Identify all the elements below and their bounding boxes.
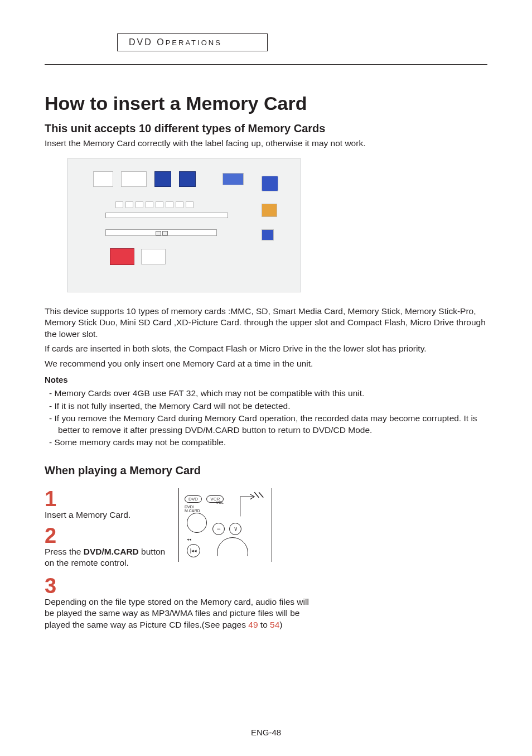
step-3-block: 3 Depending on the file type stored on t… xyxy=(45,575,487,630)
figure-cf-row xyxy=(110,248,285,265)
subtitle: This unit accepts 10 different types of … xyxy=(45,122,487,135)
minisd-icon xyxy=(262,229,274,240)
note-item: If you remove the Memory Card during Mem… xyxy=(45,413,487,436)
body-paragraph-2: If cards are inserted in both slots, the… xyxy=(45,343,487,354)
page-ref-54: 54 xyxy=(270,620,279,629)
mini-card-icon-4 xyxy=(146,201,153,208)
figure-smallcard-row xyxy=(115,201,285,208)
step-2-prefix: Press the xyxy=(45,547,84,556)
remote-mcard-label: DVD/ M.CARD xyxy=(185,505,200,513)
step-3-number: 3 xyxy=(45,575,487,596)
section-header-text: DVD OPERATIONS xyxy=(129,37,222,47)
mini-card-icon-7 xyxy=(176,201,183,208)
steps-column: 1 Insert a Memory Card. 2 Press the DVD/… xyxy=(45,488,167,569)
mini-card-icon-6 xyxy=(166,201,173,208)
figure-card-row xyxy=(93,171,285,187)
memory-card-figure xyxy=(67,158,301,292)
mini-card-icon-8 xyxy=(186,201,194,208)
page-ref-49: 49 xyxy=(248,620,258,629)
step-3-to: to xyxy=(258,620,270,629)
play-heading: When playing a Memory Card xyxy=(45,464,487,477)
figure-right-column xyxy=(262,176,278,240)
step-1-text: Insert a Memory Card. xyxy=(45,509,167,521)
section-header-box: DVD OPERATIONS xyxy=(117,33,268,51)
smartmedia-icon xyxy=(121,171,147,187)
lead-text: Insert the Memory Card correctly with th… xyxy=(45,138,487,148)
horizontal-rule xyxy=(45,64,487,65)
memorystick-duo-icon xyxy=(223,173,244,185)
remote-vol-label: VOL xyxy=(216,500,224,504)
memorystick-pro-icon xyxy=(179,171,196,187)
remote-navigation-ring xyxy=(217,537,248,569)
note-item: Some memory cards may not be compatible. xyxy=(45,437,487,448)
remote-illustration: DVD VCR VOL DVD/ M.CARD − ∨ ◂◂ |◂◂ xyxy=(178,488,272,562)
callout-arrow-icon xyxy=(239,495,257,517)
step-2-number: 2 xyxy=(45,525,167,546)
remote-dvd-button: DVD xyxy=(185,495,202,503)
xd-icon xyxy=(262,204,277,217)
steps-row: 1 Insert a Memory Card. 2 Press the DVD/… xyxy=(45,488,487,569)
body-paragraph-1: This device supports 10 types of memory … xyxy=(45,306,487,340)
step-3-text: Depending on the file type stored on the… xyxy=(45,596,312,630)
mini-card-icon-5 xyxy=(156,201,163,208)
step-2-bold: DVD/M.CARD xyxy=(84,547,139,556)
mmc-icon xyxy=(93,171,113,187)
note-item: Memory Cards over 4GB use FAT 32, which … xyxy=(45,388,487,399)
step-2-text: Press the DVD/M.CARD button on the remot… xyxy=(45,546,167,569)
step-1-number: 1 xyxy=(45,488,167,509)
remote-rw-label: ◂◂ xyxy=(187,537,191,542)
microdrive-icon xyxy=(141,249,166,264)
compactflash-icon xyxy=(110,248,134,265)
memorystick-icon xyxy=(154,171,171,187)
lower-slot xyxy=(105,229,217,236)
notes-heading: Notes xyxy=(45,375,487,384)
page-number: ENG-48 xyxy=(0,728,532,737)
remote-prev-button: |◂◂ xyxy=(187,544,200,557)
notes-list: Memory Cards over 4GB use FAT 32, which … xyxy=(45,388,487,448)
mini-card-icon-1 xyxy=(115,201,123,208)
section-header-big: DVD O xyxy=(129,37,166,47)
upper-slot xyxy=(105,213,228,218)
body-paragraph-3: We recommend you only insert one Memory … xyxy=(45,358,487,369)
mini-card-icon-3 xyxy=(136,201,143,208)
remote-down-button: ∨ xyxy=(229,523,241,535)
note-item: If it is not fully inserted, the Memory … xyxy=(45,401,487,412)
sd-icon xyxy=(262,176,278,191)
page-title: How to insert a Memory Card xyxy=(45,93,487,114)
section-header-small: PERATIONS xyxy=(166,38,222,47)
remote-mcard-button xyxy=(187,513,207,533)
lower-slot-inner xyxy=(156,231,170,235)
step-3-close: ) xyxy=(279,620,282,629)
remote-minus-button: − xyxy=(212,523,225,535)
mini-card-icon-2 xyxy=(125,201,133,208)
